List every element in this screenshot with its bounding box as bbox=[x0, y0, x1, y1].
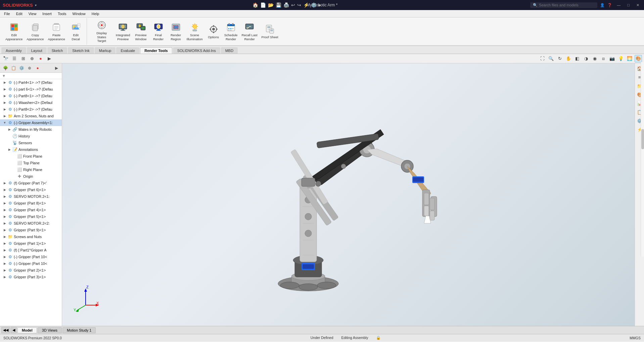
tree-item-origin[interactable]: ▶ ✚ Origin bbox=[0, 173, 62, 180]
lights-btn[interactable]: 💡 bbox=[617, 55, 625, 62]
btab-motion-study[interactable]: Motion Study 1 bbox=[62, 327, 96, 333]
tree-item-gripper-part10-2[interactable]: ▶ ⚙ (-) Gripper (Part 10< bbox=[0, 260, 62, 267]
btab-arrows-left[interactable]: ◀◀ bbox=[1, 327, 10, 333]
menu-tools[interactable]: Tools bbox=[55, 11, 69, 16]
view-section-btn[interactable]: ⊕ bbox=[28, 55, 36, 62]
tree-item-gripper-part8[interactable]: ▶ ⚙ Gripper (Part 8)<1> bbox=[0, 200, 62, 207]
property-manager-btn[interactable]: 📋 bbox=[10, 65, 17, 71]
tree-item-washer[interactable]: ▶ ⚙ (-) Waasher<2> (Defaul bbox=[0, 99, 62, 106]
tab-sketch[interactable]: Sketch bbox=[47, 47, 67, 54]
tree-item-mates[interactable]: ▶ 🔗 Mates in My Robotic bbox=[0, 126, 62, 133]
realview-btn[interactable]: 🎨 bbox=[635, 55, 642, 62]
print-icon[interactable]: 🖨️ bbox=[283, 2, 289, 8]
menu-window[interactable]: Window bbox=[70, 11, 88, 16]
feature-manager-btn[interactable]: 🌳 bbox=[2, 65, 9, 71]
tab-solidworks-addins[interactable]: SOLIDWORKS Add-Ins bbox=[173, 47, 220, 54]
recall-last-render-btn[interactable]: Recall LastRender bbox=[240, 20, 260, 42]
user-icon[interactable]: 👤 bbox=[600, 3, 605, 7]
menu-view[interactable]: View bbox=[26, 11, 39, 16]
display-states-target-btn[interactable]: Display StatesTarget bbox=[90, 18, 114, 44]
menu-file[interactable]: File bbox=[1, 11, 13, 16]
view-3d-btn[interactable]: ⛶ bbox=[539, 55, 546, 62]
view-color-btn[interactable]: ● bbox=[37, 55, 44, 62]
tree-item-gripper-part10-1[interactable]: ▶ ⚙ (-) Gripper (Part 10< bbox=[0, 253, 62, 260]
tree-item-gripper-part2[interactable]: ▶ ⚙ Gripper (Part 2)<1> bbox=[0, 267, 62, 274]
tree-item-part1-gripper[interactable]: ▶ ⚙ (f) [ Part1^Gripper A bbox=[0, 247, 62, 253]
tree-item-servo-motor-1[interactable]: ▶ ⚙ SERVO MOTOR.2<1: bbox=[0, 193, 62, 200]
menu-help[interactable]: Help bbox=[89, 11, 102, 16]
tree-item-gripper-assembly[interactable]: ▼ ⚙ (-) Gripper Assembly<1: bbox=[0, 119, 62, 126]
tree-item-top-plane[interactable]: ▶ ⬜ Top Plane bbox=[0, 160, 62, 166]
config-manager-btn[interactable]: ⚙️ bbox=[18, 65, 25, 71]
copy-appearance-btn[interactable]: CopyAppearance bbox=[25, 20, 46, 42]
scene-illumination-btn[interactable]: SceneIllumination bbox=[185, 20, 205, 42]
tree-item-arm2-screws[interactable]: ▶ 📁 Arm 2 Screws, Nuts and bbox=[0, 113, 62, 119]
tab-evaluate[interactable]: Evaluate bbox=[116, 47, 139, 54]
tree-item-gripper-part6[interactable]: ▶ ⚙ Gripper (Part 6)<1> bbox=[0, 186, 62, 193]
hide-show-btn[interactable]: ◉ bbox=[591, 55, 598, 62]
search-input[interactable] bbox=[539, 3, 593, 7]
tab-layout[interactable]: Layout bbox=[27, 47, 47, 54]
home-icon[interactable]: 🏠 bbox=[252, 2, 258, 8]
btab-model[interactable]: Model bbox=[17, 327, 37, 333]
final-render-btn[interactable]: FinalRender bbox=[150, 20, 167, 42]
scene-btn[interactable]: 🌅 bbox=[626, 55, 633, 62]
tree-item-sensors[interactable]: ▶ 📡 Sensors bbox=[0, 139, 62, 146]
tab-assembly[interactable]: Assembly bbox=[1, 47, 26, 54]
tree-item-history[interactable]: ▶ 🕐 History bbox=[0, 133, 62, 139]
options-btn[interactable]: Options bbox=[205, 22, 222, 40]
new-icon[interactable]: 📄 bbox=[260, 2, 266, 8]
view-grid-btn[interactable]: ⊞ bbox=[19, 55, 27, 62]
tree-item-part6[interactable]: ▶ ⚙ (-) part 6<1> ->? (Defau bbox=[0, 86, 62, 93]
proof-sheet-btn[interactable]: Proof Sheet bbox=[260, 22, 280, 40]
tree-item-part8-2[interactable]: ▶ ⚙ (-) Part8<2> ->? (Defau bbox=[0, 106, 62, 113]
tree-item-screws-nuts[interactable]: ▶ 📁 Screws and Nuts bbox=[0, 233, 62, 240]
schedule-render-btn[interactable]: ScheduleRender bbox=[222, 20, 240, 42]
minimize-btn[interactable]: — bbox=[615, 2, 623, 8]
close-btn[interactable]: ✕ bbox=[634, 2, 641, 8]
tree-item-gripper-part4[interactable]: ▶ ⚙ Gripper (Part 4)<1> bbox=[0, 207, 62, 213]
undo-icon[interactable]: ↩ bbox=[291, 2, 295, 8]
rotate-btn[interactable]: ↻ bbox=[556, 55, 563, 62]
search-box[interactable]: 🔍 bbox=[530, 2, 597, 8]
dim-expert-btn[interactable]: ⊕ bbox=[26, 65, 33, 71]
tab-mbd[interactable]: MBD bbox=[221, 47, 238, 54]
tree-item-gripper-part7[interactable]: ▶ ⚙ (f) Gripper (Part 7)<' bbox=[0, 180, 62, 186]
integrated-preview-btn[interactable]: IntegratedPreview bbox=[114, 20, 132, 42]
shading-btn[interactable]: ◑ bbox=[582, 55, 590, 62]
tree-item-annotations[interactable]: ▶ 📝 Annotations bbox=[0, 146, 62, 153]
render-region-btn[interactable]: RenderRegion bbox=[167, 20, 185, 42]
3d-viewport[interactable]: Z X Y bbox=[62, 63, 635, 326]
pan-btn[interactable]: ✋ bbox=[565, 55, 572, 62]
tree-item-part8-1[interactable]: ▶ ⚙ (-) Part8<1> ->? (Defau bbox=[0, 93, 62, 99]
tree-item-gripper-part9[interactable]: ▶ ⚙ Gripper (Part 9)<1> bbox=[0, 227, 62, 233]
save-icon[interactable]: 💾 bbox=[276, 2, 281, 8]
tab-sketch-ink[interactable]: Sketch Ink bbox=[68, 47, 94, 54]
tree-item-right-plane[interactable]: ▶ ⬜ Right Plane bbox=[0, 166, 62, 173]
edit-appearance-btn[interactable]: EditAppearance bbox=[3, 20, 25, 42]
chevron-right-sidebar-btn[interactable]: ▶ bbox=[53, 65, 60, 71]
tree-item-gripper-part3[interactable]: ▶ ⚙ Gripper (Part 3)<1> bbox=[0, 274, 62, 280]
btab-3d-views[interactable]: 3D Views bbox=[38, 327, 62, 333]
tab-markup[interactable]: Markup bbox=[95, 47, 116, 54]
btab-arrow-left[interactable]: ◀ bbox=[11, 327, 17, 333]
open-icon[interactable]: 📂 bbox=[268, 2, 274, 8]
menu-edit[interactable]: Edit bbox=[13, 11, 25, 16]
menu-insert[interactable]: Insert bbox=[40, 11, 54, 16]
edit-decal-btn[interactable]: EditDecal bbox=[67, 20, 85, 42]
display-style-btn[interactable]: ◧ bbox=[573, 55, 581, 62]
tree-item-front-plane[interactable]: ▶ ⬜ Front Plane bbox=[0, 153, 62, 160]
tab-render-tools[interactable]: Render Tools bbox=[140, 47, 172, 54]
section-view-btn[interactable]: ⧇ bbox=[600, 55, 607, 62]
view-orientation-btn[interactable]: 🔭 bbox=[2, 55, 9, 62]
tree-item-gripper-part5[interactable]: ▶ ⚙ Gripper (Part 5)<1> bbox=[0, 213, 62, 220]
tree-item-servo-motor-2[interactable]: ▶ ⚙ SERVO MOTOR.2<2: bbox=[0, 220, 62, 227]
help-icon[interactable]: ❓ bbox=[607, 3, 612, 7]
tree-item-part4[interactable]: ▶ ⚙ (-) Part4<1> ->? (Defau bbox=[0, 79, 62, 86]
paste-appearance-btn[interactable]: PasteAppearance bbox=[46, 20, 67, 42]
display-manager-btn[interactable]: ● bbox=[34, 65, 41, 71]
view-list-btn[interactable]: ☰ bbox=[11, 55, 18, 62]
camera-btn[interactable]: 📷 bbox=[608, 55, 616, 62]
redo-icon[interactable]: ↪ bbox=[297, 2, 301, 8]
zoom-btn[interactable]: 🔍 bbox=[547, 55, 555, 62]
